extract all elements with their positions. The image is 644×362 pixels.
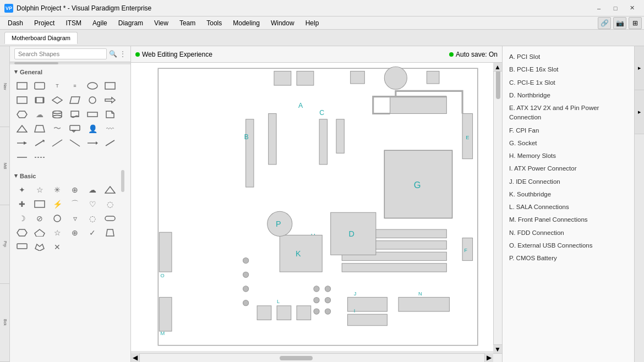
general-section-header[interactable]: ▾ General: [10, 67, 130, 77]
basic-check[interactable]: ✓: [85, 226, 100, 239]
shape-line2[interactable]: [67, 136, 83, 150]
maximize-button[interactable]: □: [608, 3, 623, 14]
shape-rect2[interactable]: [32, 79, 47, 92]
basic-irregular[interactable]: [32, 240, 47, 254]
hscroll-thumb[interactable]: [280, 356, 313, 360]
basic-4star[interactable]: ✦: [14, 183, 30, 196]
shape-line[interactable]: [50, 136, 65, 150]
right-tab-1[interactable]: ▶: [635, 46, 644, 90]
basic-rect2[interactable]: [102, 212, 118, 225]
search-input[interactable]: [14, 48, 107, 59]
shape-arrow2[interactable]: [14, 136, 30, 150]
shape-arrow[interactable]: [102, 94, 118, 107]
vscroll-up[interactable]: ▲: [493, 63, 502, 72]
shape-rect4[interactable]: [14, 94, 30, 107]
basic-heart[interactable]: ♡: [85, 198, 100, 211]
canvas-content[interactable]: E H F A B: [131, 63, 502, 351]
basic-star5[interactable]: ☆: [50, 226, 65, 239]
basic-6star[interactable]: ✳: [50, 183, 65, 196]
shape-note[interactable]: [102, 108, 118, 121]
basic-triangle[interactable]: [102, 183, 118, 196]
shape-parallelogram[interactable]: [67, 94, 83, 107]
basic-hex2[interactable]: [14, 226, 30, 239]
hscroll-right[interactable]: ▶: [484, 353, 493, 362]
shape-person[interactable]: 👤: [85, 122, 100, 135]
vscroll-down[interactable]: ▼: [493, 344, 502, 353]
svg-point-100: [243, 300, 248, 306]
basic-wave2[interactable]: ⌒: [67, 198, 83, 211]
sidebar-tab-diagram-navigator[interactable]: Nav: [0, 46, 10, 127]
menu-team[interactable]: Team: [174, 18, 201, 28]
basic-speech[interactable]: ◌: [102, 198, 118, 211]
shapes-menu-icon[interactable]: ⋮: [119, 50, 126, 58]
basic-arrow-d[interactable]: ▿: [67, 212, 83, 225]
hscroll-left[interactable]: ◀: [131, 353, 140, 362]
hscroll[interactable]: [131, 353, 502, 362]
shape-arrow3[interactable]: [85, 136, 100, 150]
basic-cloud2[interactable]: ☁: [85, 183, 100, 196]
canvas-scroll[interactable]: ▲ E H: [131, 63, 502, 362]
menu-project[interactable]: Project: [29, 18, 60, 28]
vscroll[interactable]: [493, 63, 502, 353]
tab-motherboard-diagram[interactable]: Motherboard Diagram: [4, 32, 78, 44]
shape-wave[interactable]: 〜: [50, 122, 65, 135]
basic-5star[interactable]: ☆: [32, 183, 47, 196]
svg-text:A: A: [298, 102, 303, 109]
shape-cloud[interactable]: ☁: [32, 108, 47, 121]
shape-line4[interactable]: [32, 151, 47, 164]
shape-cylinder[interactable]: [50, 108, 65, 121]
shape-rect5[interactable]: [85, 108, 100, 121]
basic-no[interactable]: ⊘: [32, 212, 47, 225]
shape-arrow4[interactable]: [102, 136, 118, 150]
basic-bubble[interactable]: ◌: [85, 212, 100, 225]
basic-lightning[interactable]: ⚡: [50, 198, 65, 211]
basic-rect[interactable]: [32, 198, 47, 211]
shape-process[interactable]: [32, 94, 47, 107]
minimize-button[interactable]: –: [591, 3, 607, 14]
shape-rect3[interactable]: [102, 79, 118, 92]
basic-x[interactable]: ✕: [50, 240, 65, 254]
panel-resize-handle[interactable]: [121, 170, 124, 192]
shape-diag-arrow[interactable]: [32, 136, 47, 150]
shape-trapezoid[interactable]: [32, 122, 47, 135]
search-icon[interactable]: 🔍: [109, 50, 117, 58]
menu-tools[interactable]: Tools: [201, 18, 227, 28]
basic-trapezoid[interactable]: [102, 226, 118, 239]
shape-diamond[interactable]: [50, 94, 65, 107]
menu-help[interactable]: Help: [300, 18, 325, 28]
shape-callout[interactable]: [67, 122, 83, 135]
shape-lines[interactable]: ≡: [67, 79, 83, 92]
basic-burst[interactable]: ⊕: [67, 183, 83, 196]
right-tab-2[interactable]: ▶: [635, 90, 644, 134]
menu-agile[interactable]: Agile: [87, 18, 113, 28]
layout-icon[interactable]: ⊞: [629, 17, 642, 29]
camera-icon[interactable]: 📷: [613, 17, 626, 29]
basic-pentagon[interactable]: [32, 226, 47, 239]
basic-circle[interactable]: [50, 212, 65, 225]
shape-triangle[interactable]: [14, 122, 30, 135]
share-icon[interactable]: 🔗: [598, 17, 611, 29]
shape-circle[interactable]: [85, 94, 100, 107]
basic-callout2[interactable]: [14, 240, 30, 254]
basic-section-header[interactable]: ▾ Basic: [10, 171, 130, 181]
sidebar-tab-diagram-backlog[interactable]: Bck: [0, 284, 10, 363]
menu-view[interactable]: View: [149, 18, 174, 28]
shape-rect[interactable]: [14, 79, 30, 92]
sidebar-tab-property[interactable]: Prp: [0, 205, 10, 284]
shape-text[interactable]: T: [50, 79, 65, 92]
menu-diagram[interactable]: Diagram: [113, 18, 149, 28]
basic-crescent[interactable]: ☽: [14, 212, 30, 225]
menu-dash[interactable]: Dash: [2, 18, 29, 28]
shape-doc[interactable]: [67, 108, 83, 121]
shape-ellipse[interactable]: [85, 79, 100, 92]
shape-hex[interactable]: [14, 108, 30, 121]
menu-window[interactable]: Window: [265, 18, 300, 28]
sidebar-tab-model-explorer[interactable]: Mdl: [0, 127, 10, 206]
close-button[interactable]: ✕: [624, 3, 640, 14]
shape-squiggle[interactable]: 〰: [102, 122, 118, 135]
basic-cross[interactable]: ✚: [14, 198, 30, 211]
menu-modeling[interactable]: Modeling: [227, 18, 265, 28]
basic-star6[interactable]: ⊕: [67, 226, 83, 239]
shape-line3[interactable]: [14, 151, 30, 164]
menu-itsm[interactable]: ITSM: [60, 18, 87, 28]
